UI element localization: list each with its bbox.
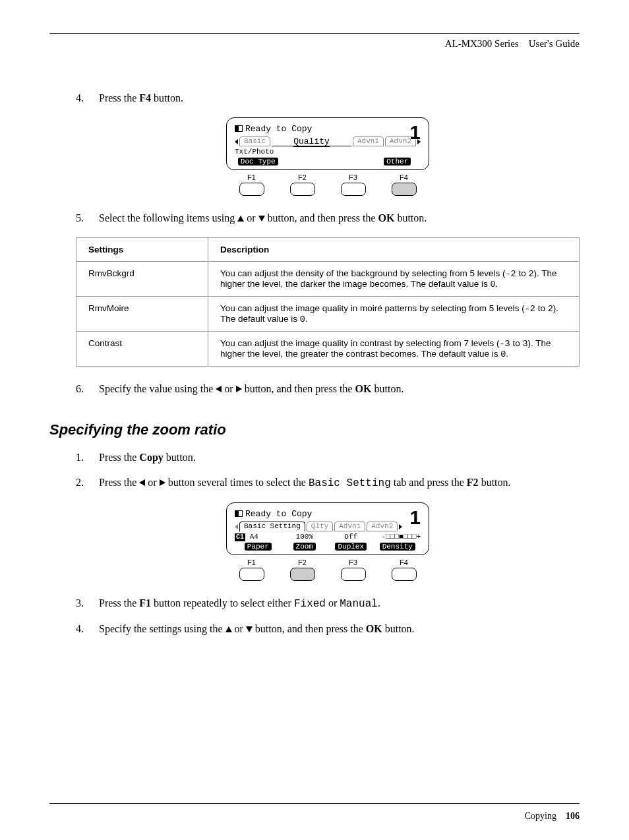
step-text: Press the Copy button. [99, 452, 580, 464]
fkey-f4: F4 [392, 558, 417, 581]
settings-table: Settings Description RmvBckgrd You can a… [76, 237, 580, 367]
text: or [326, 597, 340, 609]
header-text: AL-MX300 Series User's Guide [445, 38, 580, 49]
f2-button[interactable] [290, 568, 315, 581]
fkey-f4: F4 [392, 173, 417, 196]
button-name: OK [355, 383, 372, 394]
page-number: 106 [566, 811, 580, 821]
col-settings: Settings [76, 238, 208, 262]
mono: 0 [491, 280, 496, 289]
lcd-tabs: Basic Setting Qlty Advn1 Advn2 [235, 522, 421, 531]
fkey-label: F3 [349, 558, 357, 566]
f1-button[interactable] [239, 183, 264, 196]
step-number: 4. [76, 92, 99, 104]
text: Press the [99, 452, 139, 463]
mono: -2 [506, 269, 516, 279]
f2-button[interactable] [290, 183, 315, 196]
label: Duplex [335, 543, 367, 551]
softkey-f1: Paper [235, 543, 282, 551]
mono: Manual [340, 598, 378, 610]
button-name: OK [378, 212, 395, 224]
down-triangle-icon [246, 626, 253, 632]
text: or [222, 383, 235, 394]
text: button. [479, 477, 511, 488]
text: button several times to select the [165, 477, 309, 488]
header-divider [49, 33, 580, 34]
footer-divider [49, 803, 580, 804]
text: Select the following items using [99, 212, 237, 224]
lcd-display-2: Ready to Copy 1 Basic Setting Qlty Advn1… [226, 502, 429, 555]
setting-desc: You can adjust the density of the backgr… [208, 262, 580, 297]
col-description: Description [208, 238, 580, 262]
footer-section: Copying [525, 811, 556, 821]
step-text: Press the F1 button repeatedly to select… [99, 597, 580, 610]
step-number: 3. [76, 597, 99, 610]
right-triangle-icon [236, 386, 242, 392]
setting-name: RmvMoire [76, 297, 208, 332]
lcd-tabs: Basic Quality Advn1 Advn2 [235, 136, 421, 146]
tray-icon: C1 [235, 533, 245, 541]
text: button. [371, 383, 404, 394]
val: A4 [250, 533, 258, 541]
lcd-softkey-labels: Doc Type Other [235, 158, 421, 165]
step-4: 4. Press the F4 button. [76, 92, 580, 104]
step-text: Specify the settings using the or button… [99, 623, 580, 635]
text: or [232, 623, 246, 634]
fkey-row-2: F1 F2 F3 F4 [226, 558, 429, 581]
section-heading: Specifying the zoom ratio [49, 421, 580, 438]
text: Specify the settings using the [99, 623, 225, 634]
mono: 0 [300, 315, 305, 324]
fkey-f2: F2 [290, 558, 315, 581]
step-number: 6. [76, 383, 99, 395]
step-text: Press the or button several times to sel… [99, 477, 580, 489]
setting-desc: You can adjust the image quality in cont… [208, 332, 580, 367]
text: to [535, 303, 548, 313]
f4-button[interactable] [392, 568, 417, 581]
fkey-f1: F1 [239, 173, 264, 196]
lcd-display-1: Ready to Copy 1 Basic Quality Advn1 Advn… [226, 117, 429, 170]
fkey-label: F2 [298, 173, 307, 181]
val-duplex: Off [328, 533, 374, 541]
text: button. [382, 623, 415, 634]
text: button, and then press the [242, 383, 355, 394]
mono: 2 [548, 304, 553, 314]
step-number: 1. [76, 452, 99, 464]
text: . [378, 597, 380, 609]
zoom-step-3: 3. Press the F1 button repeatedly to sel… [76, 597, 580, 610]
fkey-f3: F3 [341, 173, 366, 196]
text: button. [164, 452, 196, 463]
lcd-title-row: Ready to Copy [235, 508, 421, 519]
step-number: 4. [76, 623, 99, 635]
zoom-step-2: 2. Press the or button several times to … [76, 477, 580, 489]
text: or [145, 477, 159, 488]
f3-button[interactable] [341, 183, 366, 196]
setting-name: Contrast [76, 332, 208, 367]
lcd-title-row: Ready to Copy [235, 123, 421, 134]
text: or [244, 212, 258, 224]
arrow-left-icon [235, 139, 238, 144]
button-name: F2 [467, 477, 479, 488]
doc-title: User's Guide [529, 38, 580, 49]
f3-button[interactable] [341, 568, 366, 581]
book-icon [235, 125, 243, 132]
text: to [510, 338, 523, 348]
right-triangle-icon [160, 479, 165, 486]
table-row: RmvMoire You can adjust the image qualit… [76, 297, 580, 332]
up-triangle-icon [237, 216, 244, 222]
button-name: F4 [139, 92, 151, 104]
text: button. [151, 92, 183, 104]
lcd-value-row: C1 A4 100% Off -□□□■□□□+ [235, 533, 421, 541]
product-series: AL-MX300 Series [445, 38, 519, 49]
fkey-row-1: F1 F2 F3 F4 [226, 173, 429, 196]
label: Other [384, 158, 411, 165]
text: button repeatedly to select either [151, 597, 294, 609]
tab-basic: Basic [239, 136, 270, 146]
setting-desc: You can adjust the image quality in moir… [208, 297, 580, 332]
zoom-step-4: 4. Specify the settings using the or but… [76, 623, 580, 635]
softkey-f4: Other [374, 158, 421, 165]
arrow-left-icon [235, 524, 238, 529]
mono: -2 [525, 304, 535, 314]
f4-button[interactable] [392, 183, 417, 196]
val-density: -□□□■□□□+ [374, 533, 421, 541]
f1-button[interactable] [239, 568, 264, 581]
